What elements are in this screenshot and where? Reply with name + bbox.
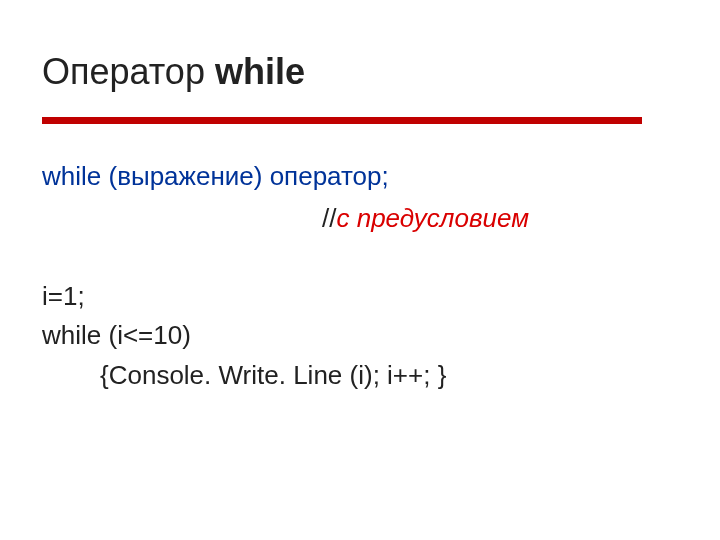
- code-line-2: while (i<=10): [42, 317, 678, 355]
- title-plain: Оператор: [42, 51, 215, 92]
- comment-slashes: //: [322, 203, 336, 233]
- code-line-3: {Console. Write. Line (i); i++; }: [42, 357, 678, 395]
- comment-line: //с предусловием: [42, 200, 678, 238]
- code-line-1: i=1;: [42, 278, 678, 316]
- code-line-3-text: {Console. Write. Line (i); i++; }: [100, 360, 446, 390]
- slide-body: while (выражение) оператор; //с предусло…: [42, 158, 678, 394]
- syntax-rest: (выражение) оператор;: [101, 161, 389, 191]
- comment-text: с предусловием: [336, 203, 529, 233]
- title-keyword: while: [215, 51, 305, 92]
- slide: Оператор while while (выражение) операто…: [0, 0, 720, 540]
- title-underline: [42, 117, 642, 124]
- syntax-keyword: while: [42, 161, 101, 191]
- slide-title: Оператор while: [42, 50, 678, 93]
- syntax-line: while (выражение) оператор;: [42, 158, 678, 196]
- code-block: i=1; while (i<=10) {Console. Write. Line…: [42, 278, 678, 395]
